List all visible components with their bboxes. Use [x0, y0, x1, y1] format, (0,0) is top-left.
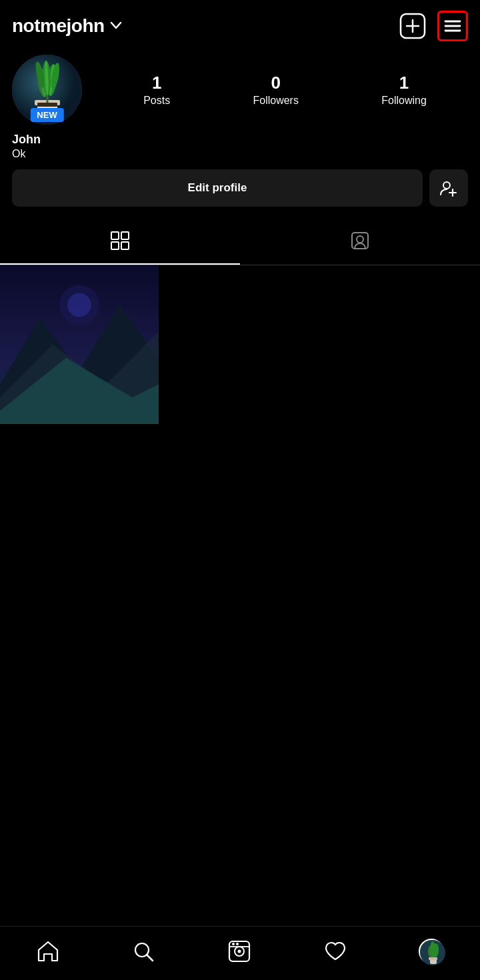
profile-name: John [12, 133, 468, 147]
svg-rect-48 [429, 957, 437, 960]
avatar-container: NEW [12, 55, 82, 125]
svg-rect-26 [121, 242, 129, 249]
svg-rect-24 [121, 232, 129, 239]
posts-count: 1 [152, 73, 161, 93]
username-text: notmejohn [12, 15, 105, 37]
followers-count: 0 [271, 73, 280, 93]
header-left: notmejohn [12, 15, 123, 37]
header-icons [397, 11, 468, 41]
svg-point-34 [67, 293, 91, 317]
edit-profile-button[interactable]: Edit profile [12, 169, 423, 207]
svg-rect-23 [111, 232, 119, 239]
nav-profile[interactable] [412, 936, 451, 967]
posts-stat[interactable]: 1 Posts [143, 73, 170, 107]
profile-bio: Ok [12, 148, 468, 160]
followers-label: Followers [253, 95, 298, 107]
svg-line-36 [147, 955, 153, 961]
svg-point-39 [237, 950, 241, 953]
svg-rect-27 [352, 233, 368, 249]
add-post-button[interactable] [397, 11, 428, 41]
svg-point-28 [357, 236, 363, 243]
svg-rect-25 [111, 242, 119, 249]
following-label: Following [381, 95, 427, 107]
add-friend-button[interactable] [429, 169, 468, 207]
action-buttons: Edit profile [12, 169, 468, 207]
grid-item[interactable] [0, 265, 159, 424]
following-stat[interactable]: 1 Following [381, 73, 427, 107]
nav-home[interactable] [29, 937, 67, 966]
tab-grid[interactable] [0, 221, 240, 265]
new-badge: NEW [30, 108, 63, 122]
header: notmejohn [0, 0, 480, 48]
nav-search[interactable] [125, 937, 162, 966]
grid-icon [110, 231, 130, 255]
followers-stat[interactable]: 0 Followers [253, 73, 298, 107]
tagged-icon [350, 231, 370, 255]
nav-activity[interactable] [317, 937, 354, 966]
svg-rect-10 [37, 103, 57, 107]
profile-section: NEW 1 Posts 0 Followers 1 Following John… [0, 48, 480, 207]
chevron-down-icon[interactable] [109, 18, 123, 36]
svg-point-20 [443, 182, 450, 189]
svg-point-46 [430, 941, 435, 957]
menu-button[interactable] [437, 11, 468, 41]
svg-point-42 [236, 943, 239, 945]
tab-tagged[interactable] [240, 221, 480, 265]
svg-point-41 [232, 943, 235, 945]
grid-section [0, 265, 480, 424]
nav-reels[interactable] [221, 937, 258, 966]
following-count: 1 [399, 73, 409, 93]
stats-row: 1 Posts 0 Followers 1 Following [102, 73, 468, 107]
posts-label: Posts [143, 95, 170, 107]
grid-image [0, 265, 159, 424]
nav-profile-avatar [419, 939, 444, 964]
tabs-section [0, 221, 480, 265]
profile-top-row: NEW 1 Posts 0 Followers 1 Following [12, 55, 468, 125]
bottom-nav [0, 926, 480, 980]
